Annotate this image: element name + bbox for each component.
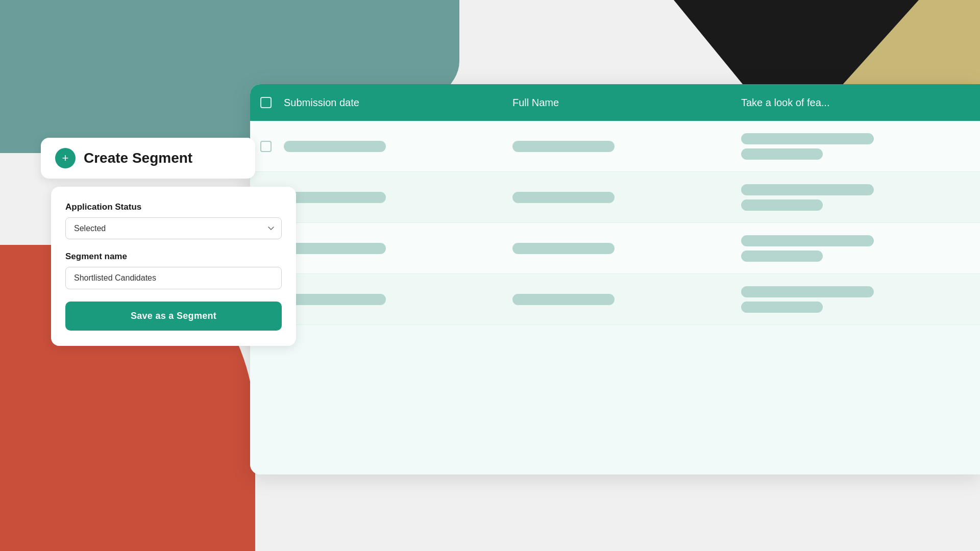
cell-bar — [512, 294, 615, 305]
cell-bar — [741, 148, 823, 160]
cell-bar — [741, 286, 874, 297]
cell-bar — [741, 199, 823, 211]
cell-feature-4 — [741, 286, 970, 313]
cell-name-4 — [512, 294, 741, 305]
cell-feature-3 — [741, 235, 970, 262]
cell-name-3 — [512, 243, 741, 254]
plus-icon[interactable]: + — [55, 148, 76, 168]
cell-bar — [741, 133, 874, 144]
col-feature: Take a look of fea... — [741, 97, 970, 109]
table-row — [250, 223, 980, 274]
segment-card-wrapper: + Create Segment Application Status Sele… — [41, 138, 306, 346]
create-segment-title: Create Segment — [84, 150, 192, 166]
cell-date-4 — [284, 294, 512, 305]
content-area: Submission date Full Name Take a look of… — [0, 0, 980, 551]
cell-bar — [741, 302, 823, 313]
save-segment-button[interactable]: Save as a Segment — [65, 302, 282, 331]
col-submission-date: Submission date — [284, 97, 512, 109]
cell-bar — [741, 184, 874, 195]
cell-bar — [512, 243, 615, 254]
col-full-name: Full Name — [512, 97, 741, 109]
segment-name-group: Segment name — [65, 252, 282, 289]
table-row — [250, 274, 980, 325]
cell-date-2 — [284, 192, 512, 203]
header-checkbox[interactable] — [260, 97, 272, 108]
table-header: Submission date Full Name Take a look of… — [250, 84, 980, 121]
cell-bar — [741, 235, 874, 246]
cell-bar — [512, 141, 615, 152]
table-row — [250, 172, 980, 223]
table-panel: Submission date Full Name Take a look of… — [250, 84, 980, 474]
segment-name-label: Segment name — [65, 252, 282, 262]
segment-name-input[interactable] — [65, 267, 282, 289]
cell-bar — [741, 251, 823, 262]
cell-bar — [512, 192, 615, 203]
table-body — [250, 121, 980, 474]
create-segment-header: + Create Segment — [41, 138, 255, 179]
cell-date-1 — [284, 141, 512, 152]
cell-feature-1 — [741, 133, 970, 160]
segment-form-card: Application Status Selected Pending Reje… — [51, 187, 296, 346]
table-row — [250, 121, 980, 172]
application-status-label: Application Status — [65, 202, 282, 212]
cell-date-3 — [284, 243, 512, 254]
application-status-select[interactable]: Selected Pending Rejected Hired — [65, 217, 282, 239]
cell-name-1 — [512, 141, 741, 152]
application-status-group: Application Status Selected Pending Reje… — [65, 202, 282, 239]
cell-feature-2 — [741, 184, 970, 211]
cell-name-2 — [512, 192, 741, 203]
